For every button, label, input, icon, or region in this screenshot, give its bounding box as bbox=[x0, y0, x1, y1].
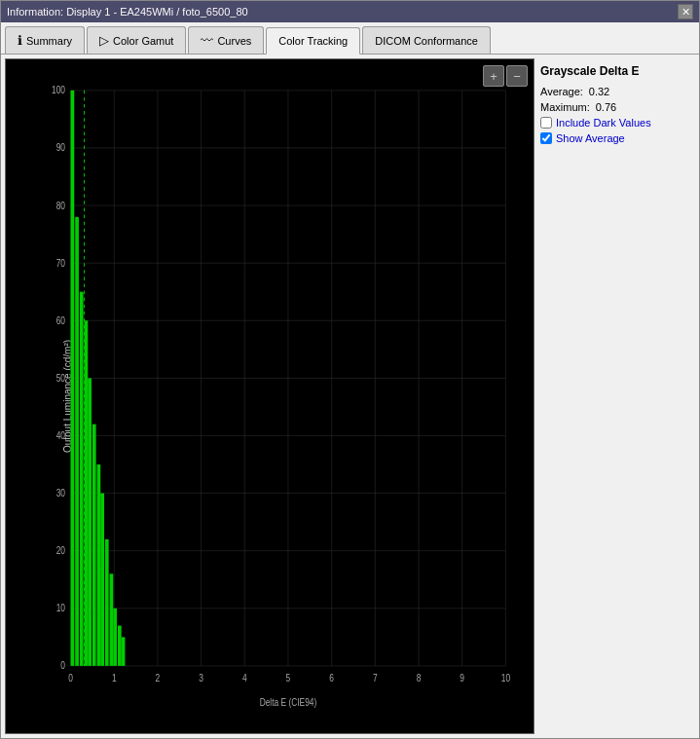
svg-rect-45 bbox=[71, 91, 75, 666]
svg-text:5: 5 bbox=[286, 672, 291, 684]
svg-text:100: 100 bbox=[52, 84, 65, 95]
svg-rect-46 bbox=[75, 217, 79, 666]
summary-icon: ℹ bbox=[18, 33, 22, 48]
show-average-row: Show Average bbox=[540, 132, 689, 144]
tab-summary[interactable]: ℹ Summary bbox=[5, 26, 85, 54]
svg-text:7: 7 bbox=[373, 672, 378, 684]
tab-dicom-label: DICOM Conformance bbox=[375, 35, 478, 47]
show-average-label[interactable]: Show Average bbox=[556, 132, 625, 144]
svg-rect-52 bbox=[100, 494, 104, 666]
svg-text:20: 20 bbox=[56, 544, 65, 556]
svg-text:0: 0 bbox=[60, 659, 65, 671]
svg-rect-50 bbox=[92, 425, 96, 666]
include-dark-label[interactable]: Include Dark Values bbox=[556, 117, 651, 129]
svg-text:80: 80 bbox=[56, 200, 65, 211]
color-gamut-icon: ▷ bbox=[99, 33, 109, 48]
svg-text:2: 2 bbox=[156, 672, 161, 684]
window-title: Information: Display 1 - EA245WMi / foto… bbox=[7, 6, 248, 18]
main-window: Information: Display 1 - EA245WMi / foto… bbox=[0, 0, 700, 739]
sidebar-title: Grayscale Delta E bbox=[540, 64, 689, 78]
include-dark-checkbox[interactable] bbox=[540, 117, 552, 129]
svg-text:9: 9 bbox=[460, 672, 464, 684]
svg-text:6: 6 bbox=[329, 672, 334, 684]
tab-summary-label: Summary bbox=[26, 35, 72, 47]
tab-dicom-conformance[interactable]: DICOM Conformance bbox=[362, 26, 491, 54]
svg-text:0: 0 bbox=[68, 672, 73, 684]
svg-text:40: 40 bbox=[56, 429, 65, 441]
tab-color-gamut-label: Color Gamut bbox=[113, 35, 173, 47]
tab-color-gamut[interactable]: ▷ Color Gamut bbox=[87, 26, 186, 54]
tab-color-tracking[interactable]: Color Tracking bbox=[266, 27, 360, 55]
close-button[interactable]: ✕ bbox=[678, 4, 693, 19]
tab-curves-label: Curves bbox=[217, 35, 251, 47]
svg-rect-56 bbox=[118, 626, 122, 666]
average-value: 0.32 bbox=[589, 86, 609, 97]
svg-text:Delta E (CIE94): Delta E (CIE94) bbox=[260, 696, 317, 708]
svg-text:8: 8 bbox=[417, 672, 422, 684]
average-label: Average: bbox=[540, 86, 583, 97]
include-dark-row: Include Dark Values bbox=[540, 117, 689, 129]
svg-text:30: 30 bbox=[56, 487, 65, 499]
svg-rect-53 bbox=[105, 539, 109, 666]
svg-rect-47 bbox=[80, 292, 84, 666]
svg-text:50: 50 bbox=[56, 372, 65, 384]
svg-text:10: 10 bbox=[56, 602, 65, 613]
tab-color-tracking-label: Color Tracking bbox=[278, 35, 348, 47]
svg-rect-51 bbox=[97, 464, 101, 666]
maximum-label: Maximum: bbox=[540, 101, 590, 113]
svg-text:10: 10 bbox=[501, 672, 510, 684]
maximum-value: 0.76 bbox=[596, 101, 616, 113]
sidebar: Grayscale Delta E Average: 0.32 Maximum:… bbox=[534, 58, 695, 734]
chart-svg: 0 10 20 30 40 50 60 70 80 90 100 0 1 2 bbox=[25, 79, 524, 723]
svg-rect-57 bbox=[122, 637, 126, 666]
svg-rect-54 bbox=[110, 573, 114, 666]
title-bar: Information: Display 1 - EA245WMi / foto… bbox=[1, 1, 699, 22]
svg-text:90: 90 bbox=[56, 141, 65, 153]
maximum-row: Maximum: 0.76 bbox=[540, 101, 689, 113]
show-average-checkbox[interactable] bbox=[540, 132, 552, 144]
svg-rect-55 bbox=[113, 609, 117, 666]
tabs-bar: ℹ Summary ▷ Color Gamut 〰 Curves Color T… bbox=[1, 22, 699, 55]
svg-text:3: 3 bbox=[199, 672, 203, 684]
content-area: + − Output Luminance (cd/m²) bbox=[1, 55, 699, 738]
svg-text:60: 60 bbox=[56, 314, 65, 326]
svg-rect-49 bbox=[88, 378, 92, 666]
average-row: Average: 0.32 bbox=[540, 86, 689, 97]
tab-curves[interactable]: 〰 Curves bbox=[188, 26, 264, 54]
svg-text:1: 1 bbox=[112, 672, 117, 684]
curves-icon: 〰 bbox=[201, 33, 213, 48]
svg-rect-48 bbox=[85, 320, 89, 666]
svg-text:4: 4 bbox=[242, 672, 247, 684]
chart-container: + − Output Luminance (cd/m²) bbox=[5, 58, 534, 734]
svg-text:70: 70 bbox=[56, 257, 65, 269]
